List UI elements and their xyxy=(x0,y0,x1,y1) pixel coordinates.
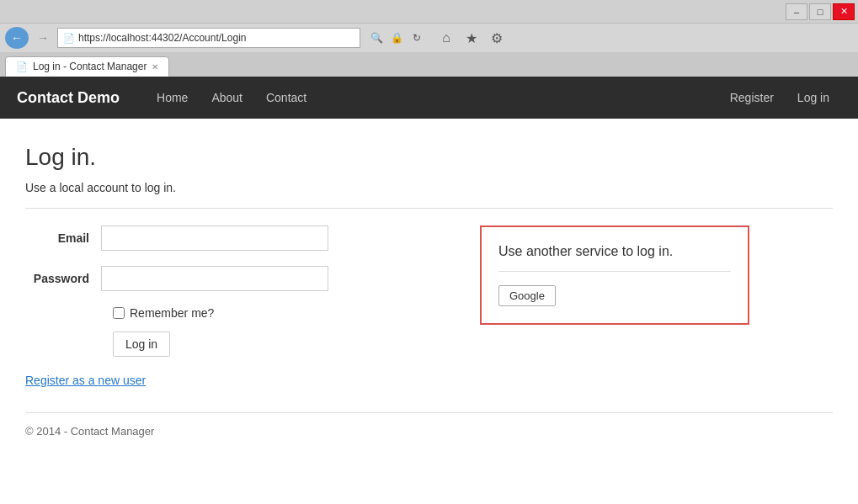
page-subtitle: Use a local account to log in. xyxy=(25,181,833,194)
password-group: Password xyxy=(25,266,446,291)
email-group: Email xyxy=(25,225,446,251)
tab-title: Log in - Contact Manager xyxy=(33,61,147,72)
app-navbar: Contact Demo Home About Contact Register… xyxy=(0,77,858,119)
tab-favicon: 📄 xyxy=(16,61,28,72)
browser-nav-row: ← → 📄 https://localhost:44302/Account/Lo… xyxy=(0,24,858,52)
lock-icon[interactable]: 🔒 xyxy=(387,29,406,47)
footer-text: © 2014 - Contact Manager xyxy=(25,425,154,438)
content-divider xyxy=(25,208,833,209)
login-button[interactable]: Log in xyxy=(113,332,170,357)
other-service-title: Use another service to log in. xyxy=(498,244,731,259)
forward-button[interactable]: → xyxy=(32,27,54,49)
nav-link-register[interactable]: Register xyxy=(718,77,786,119)
active-tab[interactable]: 📄 Log in - Contact Manager ✕ xyxy=(5,56,169,77)
browser-toolbar-right: ⌂ ★ ⚙ xyxy=(436,28,507,48)
settings-icon[interactable]: ⚙ xyxy=(487,28,507,48)
tab-close-icon[interactable]: ✕ xyxy=(152,62,158,72)
remember-me-checkbox[interactable] xyxy=(113,307,125,319)
home-icon[interactable]: ⌂ xyxy=(436,28,456,48)
other-service-section: Use another service to log in. Google xyxy=(480,225,749,325)
maximize-button[interactable]: □ xyxy=(809,3,831,20)
page-icon: 📄 xyxy=(63,33,75,44)
address-actions: 🔍 🔒 ↻ xyxy=(367,29,426,47)
app-brand: Contact Demo xyxy=(17,89,120,107)
url-text: https://localhost:44302/Account/Login xyxy=(78,32,246,44)
other-service-divider xyxy=(498,271,731,272)
register-link[interactable]: Register as a new user xyxy=(25,374,146,387)
browser-chrome: – □ ✕ ← → 📄 https://localhost:44302/Acco… xyxy=(0,0,858,77)
title-bar: – □ ✕ xyxy=(0,0,858,24)
favorites-icon[interactable]: ★ xyxy=(461,28,482,48)
address-bar[interactable]: 📄 https://localhost:44302/Account/Login xyxy=(57,28,360,48)
minimize-button[interactable]: – xyxy=(786,3,807,20)
app-nav-links: Home About Contact xyxy=(145,77,718,119)
close-button[interactable]: ✕ xyxy=(833,3,855,20)
password-label: Password xyxy=(25,272,101,285)
email-input[interactable] xyxy=(101,225,328,251)
nav-link-about[interactable]: About xyxy=(200,77,254,119)
google-button[interactable]: Google xyxy=(498,285,556,306)
page-title: Log in. xyxy=(25,144,833,171)
nav-link-contact[interactable]: Contact xyxy=(254,77,318,119)
nav-link-login[interactable]: Log in xyxy=(786,77,841,119)
password-input[interactable] xyxy=(101,266,328,291)
remember-me-label: Remember me? xyxy=(130,306,214,320)
login-form-section: Email Password Remember me? Log in Regis… xyxy=(25,225,446,387)
remember-me-row: Remember me? xyxy=(113,306,446,320)
tabs-row: 📄 Log in - Contact Manager ✕ xyxy=(0,52,858,76)
submit-row: Log in xyxy=(113,332,446,357)
email-label: Email xyxy=(25,231,101,245)
app-nav-right: Register Log in xyxy=(718,77,841,119)
page-footer: © 2014 - Contact Manager xyxy=(25,412,833,438)
nav-link-home[interactable]: Home xyxy=(145,77,200,119)
back-button[interactable]: ← xyxy=(5,27,29,49)
refresh-button[interactable]: ↻ xyxy=(408,29,426,47)
search-button[interactable]: 🔍 xyxy=(367,29,386,47)
login-layout: Email Password Remember me? Log in Regis… xyxy=(25,225,833,387)
page-content: Log in. Use a local account to log in. E… xyxy=(0,119,858,454)
